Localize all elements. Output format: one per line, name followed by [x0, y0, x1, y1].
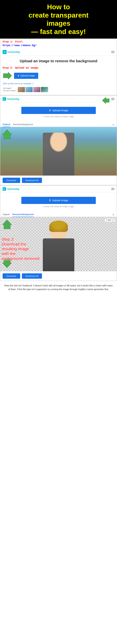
hamburger-menu-2[interactable] [111, 98, 114, 100]
tab-removed-background[interactable]: Removed Background [13, 123, 33, 127]
screenshot-1: Step 1: Visit https://www.remove.bg/ rb … [0, 38, 117, 95]
logo-text-2: removebg [7, 98, 19, 100]
download-button[interactable]: Download [3, 178, 20, 183]
svg-marker-2 [3, 72, 12, 79]
removebg-logo-2: rb removebg [3, 97, 19, 101]
photo-cutout [41, 220, 76, 271]
tab-removed-background-3[interactable]: Removed Background [12, 213, 34, 217]
note-text: Note this tool isn't foolproof. It doesn… [4, 284, 113, 291]
tab-original-3[interactable]: Original [3, 213, 10, 217]
logo-svg-3: rb [3, 187, 6, 191]
removebg-header-3: rb removebg [0, 186, 117, 192]
no-image-row: No image? Try one of these: [0, 87, 117, 95]
removebg-header-2: rb removebg [0, 96, 117, 102]
edit-dropdown-button[interactable]: ▾ [112, 218, 115, 222]
green-arrow-upleft-icon [101, 97, 109, 104]
upload-page-inner: ⬆ Upload Image or drop a file, paste an … [0, 102, 117, 122]
upload-btn-label-2: Upload Image [52, 109, 68, 112]
header-right-2 [110, 98, 114, 100]
green-arrow-up-icon [3, 130, 12, 139]
sample-image-1[interactable] [18, 87, 25, 92]
photo-area [0, 127, 117, 176]
step3-text: Step 3: Download the resulting image wit… [2, 237, 41, 261]
close-icon[interactable]: ✕ [112, 123, 114, 126]
step1-label-container: Step 1: Visit https://www.remove.bg/ [0, 39, 117, 48]
upload-image-button-2[interactable]: ⬆ Upload Image [21, 107, 96, 114]
sample-images [18, 87, 48, 92]
photo-body [43, 238, 74, 271]
download-button-3[interactable]: Download [3, 273, 20, 279]
url-link[interactable]: URL [70, 116, 74, 118]
photo-hair [49, 220, 68, 232]
sample-image-3[interactable] [33, 87, 40, 92]
upload-image-button-3[interactable]: ⬆ Upload Image [21, 197, 96, 204]
note-section: Note this tool isn't foolproof. It doesn… [0, 281, 117, 294]
hamburger-menu[interactable] [111, 51, 114, 53]
logo-text-3: removebg [7, 188, 19, 190]
upload-page-inner-3: ⬆ Upload Image or drop a file, paste an … [0, 192, 117, 212]
logo-svg-2: rb [3, 97, 6, 101]
hamburger-menu-3[interactable] [111, 188, 114, 190]
hero-text: Upload an image to remove the background [0, 56, 117, 65]
upload-btn-label-3: Upload Image [52, 199, 68, 202]
step1-label: Step 1: Visit [0, 39, 117, 44]
example-label: [let's try this one as an example...] [0, 82, 117, 87]
or-drop-text: or drop a file, paste an image or URL [3, 116, 114, 118]
step3-overlay: Step 3: Download the resulting image wit… [2, 237, 41, 261]
upload-icon-3: ⬆ [49, 199, 51, 202]
photo-area-transparent: ✎ Edit ▾ Step 3: Download the resulting … [0, 217, 117, 271]
upload-image-button[interactable]: ⬆ Upload Image [14, 73, 38, 79]
logo-text: removebg [8, 50, 20, 54]
download-row: Download Download HD [0, 176, 117, 185]
hero-heading: Upload an image to remove the background [6, 59, 111, 64]
svg-marker-6 [3, 130, 12, 139]
arrow-overlay-up [3, 130, 12, 140]
download-hd-button-3[interactable]: Download HD [22, 273, 42, 279]
photo-removed-bg: ✎ Edit ▾ Step 3: Download the resulting … [0, 217, 117, 271]
green-arrow-right-icon [3, 72, 12, 79]
arrow-overlay-up-2 [3, 220, 12, 230]
removebg-logo-3: rb removebg [3, 187, 19, 191]
download-hd-button[interactable]: Download HD [22, 178, 42, 183]
close-icon-3[interactable]: ✕ [112, 213, 114, 216]
upload-btn-label: Upload Image [21, 74, 35, 77]
screenshot-2: rb removebg ⬆ Upload Image or drop a fil… [0, 95, 117, 185]
upload-icon: ⬆ [18, 74, 19, 77]
svg-text:rb: rb [3, 98, 5, 100]
step2-label: Step 2: Upload an image. [0, 65, 117, 70]
main-title: How to create transparent images — fast … [4, 3, 113, 36]
svg-text:rb: rb [3, 188, 5, 190]
sample-image-4[interactable] [41, 87, 48, 92]
sample-image-2[interactable] [26, 87, 33, 92]
no-image-text: No image? Try one of these: [3, 87, 16, 92]
step1-url: https://www.remove.bg/ [0, 44, 117, 48]
photo-original [0, 127, 117, 176]
or-drop-text-3: or drop a file, paste an image or URL [3, 206, 114, 208]
removebg-logo: rb removebg [3, 50, 20, 54]
upload-icon-2: ⬆ [49, 109, 51, 112]
edit-button[interactable]: ✎ Edit [105, 218, 112, 222]
url-link-3[interactable]: URL [70, 206, 74, 208]
download-row-3: Download Download HD [0, 271, 117, 281]
title-section: How to create transparent images — fast … [0, 0, 117, 38]
tab-original[interactable]: Original [3, 123, 10, 127]
svg-marker-5 [102, 97, 109, 104]
logo-svg: rb [3, 50, 6, 54]
svg-marker-9 [3, 220, 12, 229]
tabs-row-3: Original Removed Background ✕ [0, 212, 117, 217]
tabs-row: Original Removed Background ✕ [0, 122, 117, 127]
screenshot-3: rb removebg ⬆ Upload Image or drop a fil… [0, 185, 117, 281]
logo-icon: rb [3, 50, 7, 54]
green-arrow-up-icon-2 [3, 220, 12, 229]
removebg-header: rb removebg [0, 48, 117, 56]
svg-text:rb: rb [4, 51, 5, 53]
edit-btn-area: ✎ Edit ▾ [105, 218, 115, 222]
photo-person [43, 133, 74, 176]
upload-btn-area: ⬆ Upload Image [0, 70, 117, 82]
